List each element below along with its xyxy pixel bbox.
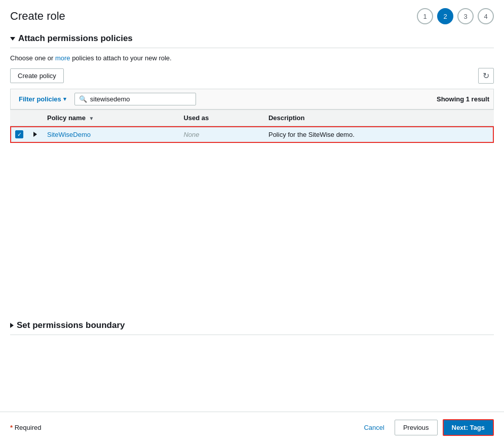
th-used-as: Used as <box>178 110 263 126</box>
refresh-button[interactable]: ↻ <box>478 68 494 84</box>
page-title: Create role <box>10 10 65 23</box>
required-label: * Required <box>10 424 41 431</box>
policy-table: Policy name ▼ Used as Description <box>10 109 494 143</box>
cancel-button[interactable]: Cancel <box>359 421 389 434</box>
search-box: 🔍 <box>74 93 196 105</box>
boundary-collapse-icon <box>10 323 14 328</box>
step-4: 4 <box>478 8 494 24</box>
step-1: 1 <box>417 8 433 24</box>
row-expand-icon <box>33 132 37 137</box>
boundary-section-header[interactable]: Set permissions boundary <box>10 315 494 335</box>
checkbox-checked-icon: ✓ <box>15 130 23 138</box>
next-tags-button[interactable]: Next: Tags <box>443 419 494 436</box>
filter-policies-button[interactable]: Filter policies ▾ <box>15 92 70 106</box>
row-policy-name-cell[interactable]: SiteWiseDemo <box>42 126 178 143</box>
permissions-toolbar: Create policy ↻ <box>10 68 494 84</box>
row-checkbox-cell[interactable]: ✓ <box>10 126 28 143</box>
collapse-icon <box>10 37 15 41</box>
wizard-steps: 1 2 3 4 <box>417 8 494 24</box>
table-header-row: Policy name ▼ Used as Description <box>10 110 494 126</box>
row-expand-cell[interactable] <box>28 126 42 143</box>
search-icon: 🔍 <box>79 95 87 103</box>
th-used-as-label: Used as <box>183 114 209 122</box>
th-policy-name-label: Policy name <box>47 114 86 122</box>
table-head: Policy name ▼ Used as Description <box>10 110 494 126</box>
previous-button[interactable]: Previous <box>395 420 438 435</box>
page-footer: * Required Cancel Previous Next: Tags <box>0 412 504 443</box>
permissions-section-title: Attach permissions policies <box>18 33 133 44</box>
sort-icon: ▼ <box>89 116 94 121</box>
refresh-icon: ↻ <box>483 71 489 81</box>
row-used-as-cell: None <box>178 126 263 143</box>
filter-label: Filter policies <box>19 95 61 103</box>
permissions-description: Choose one or more policies to attach to… <box>10 54 494 62</box>
th-policy-name: Policy name ▼ <box>42 110 178 126</box>
row-description-cell: Policy for the SiteWise demo. <box>263 126 494 143</box>
policy-name-link[interactable]: SiteWiseDemo <box>47 131 91 138</box>
filter-chevron-icon: ▾ <box>63 96 66 102</box>
permissions-section: Attach permissions policies Choose one o… <box>10 28 494 143</box>
th-description: Description <box>263 110 494 126</box>
step-3: 3 <box>457 8 474 24</box>
footer-actions: Cancel Previous Next: Tags <box>359 419 494 436</box>
asterisk: * <box>10 424 13 431</box>
table-row[interactable]: ✓ SiteWiseDemo None Policy for the SiteW… <box>10 126 494 143</box>
step-2: 2 <box>437 8 453 24</box>
content-area: Attach permissions policies Choose one o… <box>0 28 504 412</box>
permissions-section-header[interactable]: Attach permissions policies <box>10 28 494 48</box>
result-count: Showing 1 result <box>437 95 489 103</box>
used-as-value: None <box>183 131 199 138</box>
th-description-label: Description <box>268 114 305 122</box>
boundary-section-title: Set permissions boundary <box>17 320 125 330</box>
table-body: ✓ SiteWiseDemo None Policy for the SiteW… <box>10 126 494 143</box>
create-policy-button[interactable]: Create policy <box>10 68 64 83</box>
page-wrapper: Create role 1 2 3 4 Attach permissions p… <box>0 0 504 443</box>
boundary-section: Set permissions boundary <box>10 315 494 335</box>
th-expand <box>28 110 42 126</box>
search-input[interactable] <box>90 95 191 103</box>
more-link[interactable]: more <box>55 54 70 62</box>
th-checkbox <box>10 110 28 126</box>
page-header: Create role 1 2 3 4 <box>0 0 504 28</box>
